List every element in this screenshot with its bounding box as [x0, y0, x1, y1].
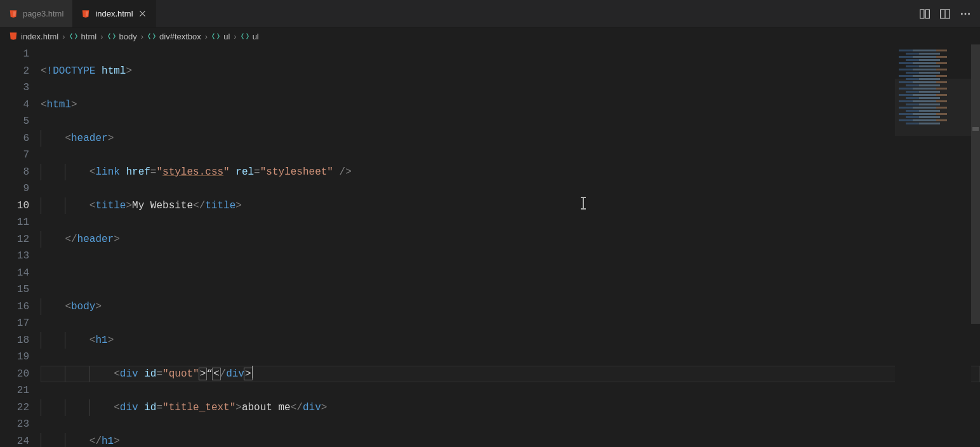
breadcrumb: index.html › html › body › div#textbox ›… — [0, 28, 980, 44]
line-number: 1 — [0, 46, 29, 63]
html5-icon — [9, 32, 18, 41]
code-line[interactable] — [41, 265, 980, 282]
chevron-right-icon: › — [205, 32, 208, 41]
code-area[interactable]: <!DOCTYPE html> <html> <header> <link hr… — [41, 44, 980, 447]
line-number: 10 — [0, 197, 29, 215]
crumb-file[interactable]: index.html — [9, 32, 58, 41]
symbol-field-icon — [69, 32, 78, 41]
line-number: 4 — [0, 97, 29, 114]
overview-ruler-mark — [972, 127, 979, 131]
line-number: 5 — [0, 113, 29, 130]
code-line[interactable]: <title>My Website</title> — [41, 197, 980, 215]
text-cursor — [252, 366, 253, 378]
crumb-label: index.html — [21, 32, 58, 41]
tab-label: index.html — [95, 9, 133, 18]
code-line[interactable]: <div id="title_text">about me</div> — [41, 399, 980, 417]
crumb-html[interactable]: html — [69, 32, 97, 41]
html5-icon — [81, 9, 90, 19]
compare-icon[interactable] — [919, 8, 930, 20]
line-number: 16 — [0, 298, 29, 316]
code-line-current[interactable]: <div id="quot">“</div> — [41, 366, 980, 383]
symbol-field-icon — [211, 32, 220, 41]
crumb-label: ul — [253, 32, 259, 41]
crumb-ul-2[interactable]: ul — [241, 32, 259, 41]
line-number: 23 — [0, 416, 29, 433]
code-line[interactable]: <h1> — [41, 332, 980, 349]
svg-point-6 — [968, 13, 970, 15]
split-vertical-icon[interactable] — [939, 8, 951, 20]
svg-rect-1 — [925, 10, 929, 18]
line-number: 8 — [0, 164, 29, 181]
editor[interactable]: 1 2 3 4 5 6 7 8 9 10 11 12 13 14 15 16 1… — [0, 44, 980, 447]
crumb-label: html — [81, 32, 97, 41]
minimap[interactable] — [895, 47, 971, 441]
code-line[interactable]: <body> — [41, 298, 980, 316]
tab-index[interactable]: index.html — [72, 0, 156, 27]
crumb-label: ul — [223, 32, 230, 41]
line-number: 17 — [0, 315, 29, 332]
chevron-right-icon: › — [234, 32, 236, 41]
tab-bar: page3.html index.html — [0, 0, 980, 28]
vertical-scrollbar[interactable] — [971, 44, 980, 444]
crumb-label: div#textbox — [159, 32, 201, 41]
line-number: 2 — [0, 63, 29, 80]
line-number: 9 — [0, 180, 29, 197]
line-number: 11 — [0, 214, 29, 231]
line-number: 13 — [0, 248, 29, 265]
scrollbar-thumb[interactable] — [971, 44, 980, 324]
close-icon[interactable] — [138, 10, 147, 18]
symbol-field-icon — [147, 32, 156, 41]
tab-page3[interactable]: page3.html — [0, 0, 72, 27]
code-line[interactable]: </h1> — [41, 433, 980, 448]
line-number: 7 — [0, 147, 29, 164]
code-line[interactable]: <header> — [41, 130, 980, 147]
line-number: 14 — [0, 265, 29, 282]
tab-label: page3.html — [23, 9, 63, 18]
line-number: 18 — [0, 332, 29, 349]
line-number: 20 — [0, 366, 29, 383]
line-number: 19 — [0, 349, 29, 366]
line-number: 15 — [0, 281, 29, 298]
chevron-right-icon: › — [62, 32, 65, 41]
line-number: 6 — [0, 130, 29, 147]
crumb-body[interactable]: body — [107, 32, 137, 41]
chevron-right-icon: › — [100, 32, 103, 41]
chevron-right-icon: › — [141, 32, 143, 41]
symbol-field-icon — [241, 32, 249, 41]
code-line[interactable]: <link href="styles.css" rel="stylesheet"… — [41, 164, 980, 181]
line-number-gutter: 1 2 3 4 5 6 7 8 9 10 11 12 13 14 15 16 1… — [0, 44, 41, 447]
code-line[interactable]: <html> — [41, 97, 980, 114]
line-number: 22 — [0, 399, 29, 417]
line-number: 3 — [0, 79, 29, 97]
code-line[interactable]: <!DOCTYPE html> — [41, 63, 980, 80]
symbol-field-icon — [107, 32, 116, 41]
html5-icon — [9, 9, 18, 19]
svg-point-4 — [961, 13, 963, 15]
more-icon[interactable] — [960, 8, 971, 20]
line-number: 24 — [0, 433, 29, 448]
crumb-label: body — [119, 32, 137, 41]
crumb-div-textbox[interactable]: div#textbox — [147, 32, 201, 41]
crumb-ul-1[interactable]: ul — [211, 32, 230, 41]
code-line[interactable]: </header> — [41, 231, 980, 248]
line-number: 21 — [0, 382, 29, 399]
line-number: 12 — [0, 231, 29, 248]
svg-rect-0 — [920, 10, 924, 18]
tab-actions — [919, 0, 980, 27]
svg-point-5 — [965, 13, 967, 15]
